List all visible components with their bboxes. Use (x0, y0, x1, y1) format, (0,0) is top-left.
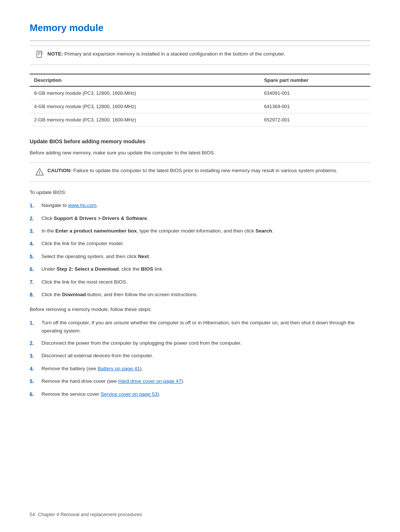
table-row: 2-GB memory module (PC3, 12800, 1600-MHz… (30, 113, 370, 127)
table-col-part-number: Spare part number (260, 74, 370, 86)
list-number: 6. (30, 265, 37, 273)
inline-link[interactable]: Service cover on page 53 (101, 391, 157, 397)
svg-rect-0 (37, 51, 41, 57)
list-item: 2.Disconnect the power from the computer… (30, 339, 370, 347)
list-number: 3. (30, 227, 37, 235)
update-bios-intro: To update BIOS: (30, 188, 370, 197)
note-text: NOTE: Primary and expansion memory is in… (47, 50, 285, 58)
list-number: 1. (30, 319, 37, 327)
table-cell-description: 8-GB memory module (PC3, 12800, 1600-MHz… (30, 86, 260, 100)
list-item: 5.Select the operating system, and then … (30, 252, 370, 261)
list-number: 6. (30, 390, 37, 398)
page-footer: 54 Chapter 4 Removal and replacement pro… (30, 512, 370, 517)
note-box: NOTE: Primary and expansion memory is in… (30, 46, 370, 65)
note-icon (36, 51, 44, 60)
caution-text: CAUTION: Failure to update the computer … (47, 167, 337, 174)
list-number: 2. (30, 339, 37, 347)
list-content: Remove the service cover Service cover o… (41, 390, 370, 398)
list-item: 6.Under Step 2: Select a Download, click… (30, 265, 370, 273)
list-content: Remove the hard drive cover (see Hard dr… (41, 377, 370, 385)
list-number: 4. (30, 240, 37, 248)
note-label: NOTE: (47, 51, 63, 57)
section-intro: Before adding new memory, make sure you … (30, 149, 370, 157)
table-cell-description: 2-GB memory module (PC3, 12800, 1600-MHz… (30, 113, 260, 127)
parts-table: Description Spare part number 8-GB memor… (30, 74, 370, 127)
list-number: 5. (30, 377, 37, 385)
list-item: 7.Click the link for the most recent BIO… (30, 278, 370, 286)
inline-link[interactable]: Hard drive cover on page 47 (118, 378, 181, 384)
table-col-description: Description (30, 74, 260, 86)
list-content: Click Support & Drivers > Drivers & Soft… (41, 214, 370, 222)
title-divider (30, 40, 370, 41)
section-heading: Update BIOS before adding memory modules (30, 138, 370, 144)
list-content: Under Step 2: Select a Download, click t… (41, 265, 370, 273)
table-cell-part-number: 641369-001 (260, 100, 370, 113)
list-item: 5.Remove the hard drive cover (see Hard … (30, 377, 370, 385)
list-content: Remove the battery (see Battery on page … (41, 365, 370, 373)
caution-icon: ! (36, 168, 44, 177)
page-title: Memory module (30, 22, 370, 34)
list-item: 8.Click the Download button, and then fo… (30, 291, 370, 299)
list-item: 1.Turn off the computer. If you are unsu… (30, 319, 370, 335)
list-item: 3.In the Enter a product name/number box… (30, 227, 370, 235)
table-row: 8-GB memory module (PC3, 12800, 1600-MHz… (30, 86, 370, 100)
list-item: 4.Remove the battery (see Battery on pag… (30, 365, 370, 373)
list-item: 1.Navigate to www.hp.com. (30, 201, 370, 210)
list-content: Click the link for the most recent BIOS. (41, 278, 370, 286)
list-number: 7. (30, 278, 37, 286)
list-item: 6.Remove the service cover Service cover… (30, 390, 370, 398)
update-bios-steps: 1.Navigate to www.hp.com.2.Click Support… (30, 201, 370, 299)
list-content: Navigate to www.hp.com. (41, 201, 370, 210)
note-content: Primary and expansion memory is installe… (64, 51, 286, 57)
list-content: Click the Download button, and then foll… (41, 291, 370, 299)
list-content: In the Enter a product name/number box, … (41, 227, 370, 235)
caution-content: Failure to update the computer to the la… (73, 168, 338, 173)
list-content: Click the link for the computer model. (41, 240, 370, 248)
list-item: 2.Click Support & Drivers > Drivers & So… (30, 214, 370, 222)
list-content: Select the operating system, and then cl… (41, 252, 370, 261)
inline-link[interactable]: Battery on page 41 (98, 366, 140, 371)
list-item: 3.Disconnect all external devices from t… (30, 352, 370, 360)
list-item: 4.Click the link for the computer model. (30, 240, 370, 248)
caution-label: CAUTION: (47, 168, 72, 173)
table-cell-part-number: 634091-001 (260, 86, 370, 100)
list-content: Turn off the computer. If you are unsure… (41, 319, 370, 335)
list-number: 3. (30, 352, 37, 360)
remove-module-intro: Before removing a memory module, follow … (30, 305, 370, 314)
table-cell-part-number: 652972-001 (260, 113, 370, 127)
table-cell-description: 4-GB memory module (PC3, 12800, 1600-MHz… (30, 100, 260, 113)
footer-chapter: Chapter 4 Removal and replacement proced… (38, 512, 142, 517)
svg-text:!: ! (39, 170, 40, 175)
inline-link[interactable]: www.hp.com (68, 203, 97, 208)
caution-box: ! CAUTION: Failure to update the compute… (30, 162, 370, 182)
list-number: 5. (30, 252, 37, 261)
list-number: 2. (30, 214, 37, 222)
list-number: 8. (30, 291, 37, 299)
remove-module-steps: 1.Turn off the computer. If you are unsu… (30, 319, 370, 398)
footer-page-num: 54 (30, 512, 35, 517)
list-number: 4. (30, 365, 37, 373)
list-content: Disconnect the power from the computer b… (41, 339, 370, 347)
table-row: 4-GB memory module (PC3, 12800, 1600-MHz… (30, 100, 370, 113)
list-number: 1. (30, 201, 37, 210)
list-content: Disconnect all external devices from the… (41, 352, 370, 360)
